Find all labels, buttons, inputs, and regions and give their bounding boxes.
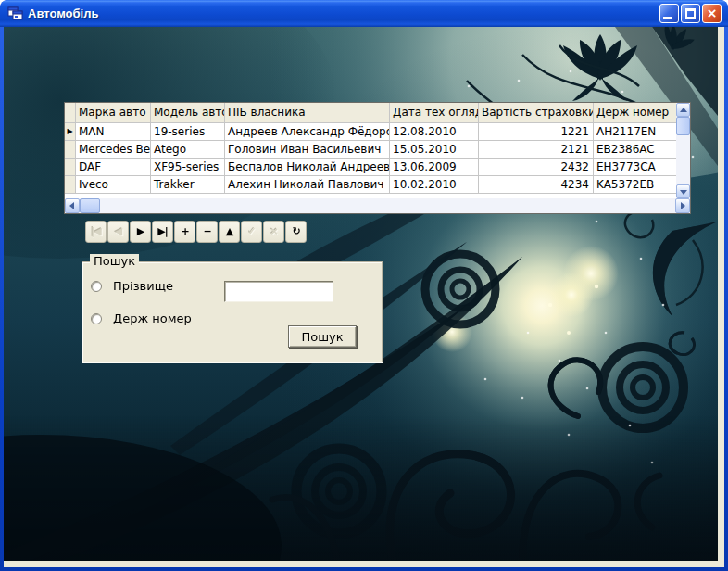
nav-first-button: |◀ xyxy=(85,221,107,243)
radio-surname-label: Прізвище xyxy=(113,279,173,293)
col-header-insurance-cost: Вартість страховки xyxy=(479,103,594,123)
cell-model[interactable]: 19-series xyxy=(151,123,225,141)
nav-last-button[interactable]: ▶| xyxy=(152,221,173,243)
row-selector-cell[interactable] xyxy=(65,141,76,159)
cell-plate[interactable]: EB2386AC xyxy=(594,141,676,159)
nav-next-button[interactable]: ▶ xyxy=(130,221,151,243)
nav-edit-button[interactable]: ▲ xyxy=(219,221,240,243)
maximize-icon[interactable] xyxy=(681,4,700,23)
cell-plate[interactable]: AH2117EN xyxy=(594,123,676,141)
cell-plate[interactable]: EH3773CA xyxy=(594,159,676,176)
search-groupbox-legend: Пошук xyxy=(90,254,139,268)
scroll-left-icon[interactable] xyxy=(65,198,80,213)
app-window: Автомобіль × xyxy=(0,0,728,571)
cell-owner[interactable]: Беспалов Николай Андреевич xyxy=(225,159,390,176)
titlebar[interactable]: Автомобіль × xyxy=(0,0,728,27)
window-title: Автомобіль xyxy=(28,6,659,20)
minimize-icon[interactable] xyxy=(659,4,679,23)
radio-circle-icon[interactable] xyxy=(91,281,102,292)
cell-owner[interactable]: Головин Иван Васильевич xyxy=(225,141,390,159)
row-selector-cell[interactable]: ▶ xyxy=(65,123,76,141)
search-button[interactable]: Пошук xyxy=(288,325,357,348)
cell-brand[interactable]: Mercedes Benz xyxy=(76,141,151,159)
cell-inspection-date[interactable]: 10.02.2010 xyxy=(390,176,479,194)
col-header-brand: Марка авто xyxy=(76,103,151,123)
vertical-scroll-track xyxy=(676,135,690,184)
table-row[interactable]: Iveco Trakker Алехин Николай Павлович 10… xyxy=(65,176,676,194)
grid-rows-area: Марка авто Модель авто ПІБ власника Дата… xyxy=(65,103,676,198)
search-input[interactable] xyxy=(224,281,333,302)
col-header-owner: ПІБ власника xyxy=(225,103,390,123)
grid-header-row: Марка авто Модель авто ПІБ власника Дата… xyxy=(65,103,676,123)
nav-prior-button: ◀ xyxy=(107,221,129,243)
cell-model[interactable]: Atego xyxy=(151,141,225,159)
client-area: Марка авто Модель авто ПІБ власника Дата… xyxy=(4,27,724,567)
col-header-model: Модель авто xyxy=(151,103,225,123)
cell-model[interactable]: Trakker xyxy=(151,176,225,194)
scroll-up-icon[interactable] xyxy=(676,103,690,117)
cell-brand[interactable]: MAN xyxy=(76,123,151,141)
grid-corner-cell xyxy=(65,103,76,123)
cell-inspection-date[interactable]: 13.06.2009 xyxy=(390,159,479,176)
row-selector-cell[interactable] xyxy=(65,159,76,176)
cell-insurance-cost[interactable]: 1221 xyxy=(479,123,594,141)
close-icon[interactable]: × xyxy=(702,4,722,23)
scroll-down-icon[interactable] xyxy=(676,184,690,198)
col-header-inspection-date: Дата тех огляду xyxy=(390,103,479,123)
grid-horizontal-scrollbar[interactable] xyxy=(65,198,690,213)
db-navigator: |◀ ◀ ▶ ▶| + − ▲ ✓ × ↻ xyxy=(85,221,307,243)
cell-insurance-cost[interactable]: 2121 xyxy=(479,141,594,159)
nav-insert-button[interactable]: + xyxy=(174,221,195,243)
table-row[interactable]: ▶ MAN 19-series Андреев Александр Фёдоро… xyxy=(65,123,676,141)
search-groupbox: Пошук Прізвище Держ номер Пошук xyxy=(82,261,383,362)
radio-surname[interactable]: Прізвище xyxy=(91,279,173,293)
table-row[interactable]: DAF XF95-series Беспалов Николай Андреев… xyxy=(65,159,676,176)
nav-delete-button[interactable]: − xyxy=(196,221,218,243)
cell-insurance-cost[interactable]: 4234 xyxy=(479,176,594,194)
horizontal-scroll-track xyxy=(100,198,675,213)
scroll-right-icon[interactable] xyxy=(675,198,690,213)
cell-owner[interactable]: Андреев Александр Фёдорович xyxy=(225,123,390,141)
grid-vertical-scrollbar[interactable] xyxy=(676,103,690,198)
horizontal-scroll-thumb[interactable] xyxy=(80,198,100,213)
col-header-plate: Держ номер xyxy=(594,103,676,123)
cell-brand[interactable]: DAF xyxy=(76,159,151,176)
nav-cancel-button: × xyxy=(263,221,284,243)
cell-plate[interactable]: KA5372EB xyxy=(594,176,676,194)
cars-data-grid: Марка авто Модель авто ПІБ власника Дата… xyxy=(64,102,691,214)
cell-inspection-date[interactable]: 15.05.2010 xyxy=(390,141,479,159)
nav-post-button: ✓ xyxy=(241,221,262,243)
table-row[interactable]: Mercedes Benz Atego Головин Иван Василье… xyxy=(65,141,676,159)
cell-brand[interactable]: Iveco xyxy=(76,176,151,194)
nav-refresh-button[interactable]: ↻ xyxy=(285,221,307,243)
current-row-arrow-icon: ▶ xyxy=(65,123,75,140)
radio-plate-number[interactable]: Держ номер xyxy=(91,311,192,325)
row-selector-cell[interactable] xyxy=(65,176,76,194)
radio-plate-label: Держ номер xyxy=(113,311,192,325)
cell-owner[interactable]: Алехин Николай Павлович xyxy=(225,176,390,194)
radio-circle-icon[interactable] xyxy=(91,313,102,324)
cell-inspection-date[interactable]: 12.08.2010 xyxy=(390,123,479,141)
cell-model[interactable]: XF95-series xyxy=(151,159,225,176)
cell-insurance-cost[interactable]: 2432 xyxy=(479,159,594,176)
vertical-scroll-thumb[interactable] xyxy=(676,117,690,135)
app-form-icon xyxy=(7,6,23,21)
